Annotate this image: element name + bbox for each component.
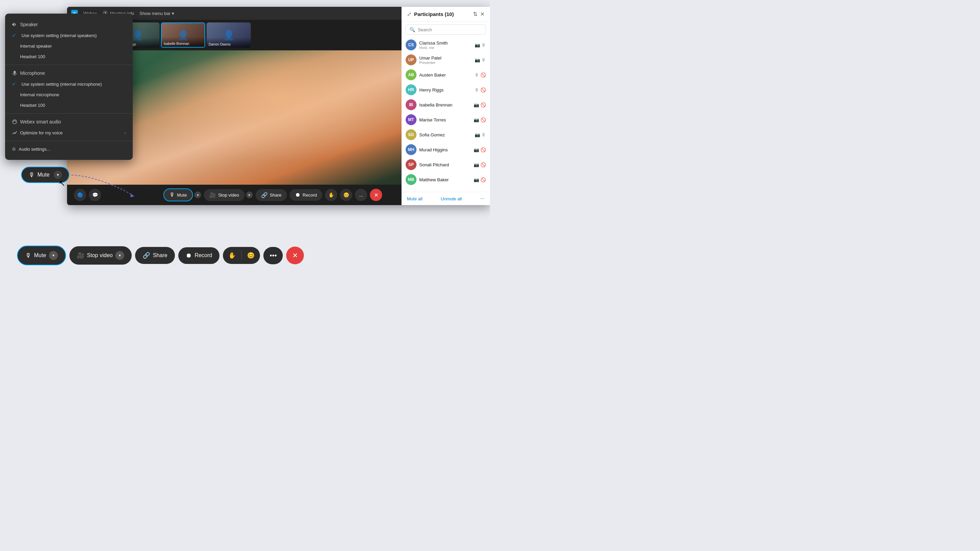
menu-divider: [5, 113, 133, 114]
reactions-btn[interactable]: 🔵: [74, 189, 86, 201]
avatar: SP: [406, 159, 417, 170]
headset-mic-item[interactable]: Headset 100: [5, 100, 133, 111]
participant-name: Clarissa Smith: [419, 40, 472, 46]
menu-divider: [5, 65, 133, 65]
end-call-button[interactable]: ✕: [370, 189, 382, 201]
emoji-button-bottom[interactable]: 😊: [242, 247, 260, 264]
participant-icons: 📷 🚫: [474, 102, 486, 108]
participant-row: MT Marise Torres 📷 🚫: [401, 112, 490, 127]
raise-hand-btn[interactable]: ✋: [325, 189, 337, 201]
gear-icon: ⚙: [12, 147, 16, 152]
panel-title: Participants (10): [414, 11, 470, 17]
use-system-mic-item[interactable]: ✓ Use system setting (internal microphon…: [5, 79, 133, 89]
participant-icons: 📷 🚫: [474, 147, 486, 152]
internal-mic-item[interactable]: Internal microphone: [5, 89, 133, 100]
participant-icons: 📷 🎙: [475, 132, 486, 137]
audio-settings-item[interactable]: ⚙ Audio settings...: [5, 144, 133, 154]
video-icon-bottom: 🎥: [77, 252, 84, 259]
microphone-icon-large: 🎙: [29, 171, 35, 179]
video-chevron-btn[interactable]: ▾: [246, 192, 253, 198]
stop-video-label: Stop video: [218, 192, 239, 198]
participant-icons: 📷 🎙: [475, 57, 486, 63]
participant-info: Sofia Gomez: [419, 132, 472, 137]
mic-status-icon: 🎙: [482, 132, 486, 137]
mute-chevron-large[interactable]: ▾: [54, 171, 62, 179]
close-panel-btn[interactable]: ✕: [480, 11, 485, 17]
more-options-bottom[interactable]: •••: [263, 247, 283, 264]
use-system-speaker-item[interactable]: ✓ Use system setting (internal speakers): [5, 30, 133, 41]
avatar: IB: [406, 99, 417, 110]
panel-expand-btn[interactable]: ⤢: [407, 11, 411, 17]
participant-info: Austen Baker: [419, 73, 472, 78]
participant-icons: 📷 🚫: [474, 118, 486, 122]
mute-button-large[interactable]: 🎙 Mute ▾: [21, 167, 69, 183]
webex-smart-audio-item[interactable]: Webex smart audio: [5, 116, 133, 127]
sort-btn[interactable]: ⇅: [473, 11, 477, 17]
participants-search-input[interactable]: [418, 27, 482, 32]
headset-speaker-item[interactable]: Headset 100: [5, 51, 133, 62]
chevron-down-icon: ▾: [172, 11, 174, 16]
participant-row: UP Umar Patel Presenter 📷 🎙: [401, 52, 490, 67]
participant-role: Presenter: [419, 60, 472, 65]
video-off-icon: 📷: [474, 162, 479, 167]
participant-info: Clarissa Smith Host, me: [419, 40, 472, 50]
avatar: CS: [406, 40, 417, 50]
video-status-icon: 📷: [475, 43, 480, 48]
svg-point-2: [13, 120, 17, 124]
mute-button[interactable]: 🎙 Mute: [163, 189, 193, 202]
record-label-bottom: Record: [195, 252, 212, 259]
mute-label-bottom: Mute: [34, 252, 46, 259]
share-icon-bottom: 🔗: [143, 252, 150, 259]
avatar: HR: [406, 84, 417, 95]
mute-button-bottom[interactable]: 🎙 Mute ▾: [17, 246, 66, 265]
mute-all-button[interactable]: Mute all: [407, 196, 423, 202]
unmute-all-button[interactable]: Unmute all: [441, 196, 462, 202]
speaker-section-header: Speaker: [5, 19, 133, 30]
share-button-bottom[interactable]: 🔗 Share: [135, 247, 175, 264]
mic-muted-icon: 🚫: [480, 162, 486, 167]
raise-hand-button-bottom[interactable]: ✋: [223, 247, 241, 264]
participant-row: MB Matthew Baker 📷 🚫: [401, 172, 490, 187]
mic-muted-icon: 🚫: [480, 73, 486, 78]
chat-btn[interactable]: 💬: [89, 189, 101, 201]
share-button[interactable]: 🔗 Share: [256, 189, 287, 201]
participant-info: Sonali Pitchard: [419, 162, 471, 167]
mic-off-icon: 🎙: [475, 73, 479, 78]
panel-header: ⤢ Participants (10) ⇅ ✕: [401, 7, 490, 22]
thumbnail-darren[interactable]: 👤 Darren Owens: [207, 22, 251, 48]
record-button-bottom[interactable]: ⏺ Record: [178, 247, 220, 264]
participant-info: Matthew Baker: [419, 177, 471, 182]
participant-name: Marise Torres: [419, 118, 471, 122]
participant-info: Isabella Brennan: [419, 102, 471, 108]
optimize-voice-item[interactable]: Optimize for my voice ›: [5, 127, 133, 138]
video-off-icon: 📷: [474, 177, 479, 182]
video-status-icon: 📷: [475, 57, 480, 63]
thumbnail-isabelle[interactable]: 👤 Isabelle Brennan: [161, 22, 205, 48]
internal-speaker-item[interactable]: Internal speaker: [5, 41, 133, 51]
participants-panel: ⤢ Participants (10) ⇅ ✕ 🔍 CS Clarissa Sm…: [401, 7, 490, 205]
end-call-button-bottom[interactable]: ✕: [286, 246, 304, 264]
stop-video-button-bottom[interactable]: 🎥 Stop video ▾: [69, 246, 132, 265]
video-chevron-bottom[interactable]: ▾: [115, 251, 124, 260]
bottom-control-bar: 🎙 Mute ▾ 🎥 Stop video ▾ 🔗 Share ⏺ Record…: [17, 246, 304, 265]
show-menu-btn[interactable]: Show menu bar ▾: [140, 11, 174, 16]
avatar: UP: [406, 54, 417, 65]
mute-chevron-btn[interactable]: ▾: [194, 192, 201, 198]
panel-footer: Mute all Unmute all ···: [401, 192, 490, 205]
more-options-btn[interactable]: ...: [355, 189, 367, 201]
participant-info: Murad Higgins: [419, 147, 471, 152]
reactions-btn2[interactable]: 😊: [340, 189, 352, 201]
more-options-panel-btn[interactable]: ···: [480, 195, 485, 202]
mute-chevron-bottom[interactable]: ▾: [49, 251, 58, 260]
participant-row: SG Sofia Gomez 📷 🎙: [401, 127, 490, 142]
avatar: AB: [406, 69, 417, 80]
avatar: MT: [406, 114, 417, 125]
use-system-mic-label: Use system setting (internal microphone): [21, 82, 102, 87]
stop-video-button[interactable]: 🎥 Stop video: [204, 189, 244, 201]
more-icon-bottom: •••: [269, 252, 277, 259]
mute-label: Mute: [177, 192, 187, 198]
share-label: Share: [270, 192, 282, 198]
participant-row: SP Sonali Pitchard 📷 🚫: [401, 157, 490, 172]
record-button[interactable]: ⏺ Record: [290, 189, 322, 201]
participant-row: CS Clarissa Smith Host, me 📷 🎙: [401, 37, 490, 52]
